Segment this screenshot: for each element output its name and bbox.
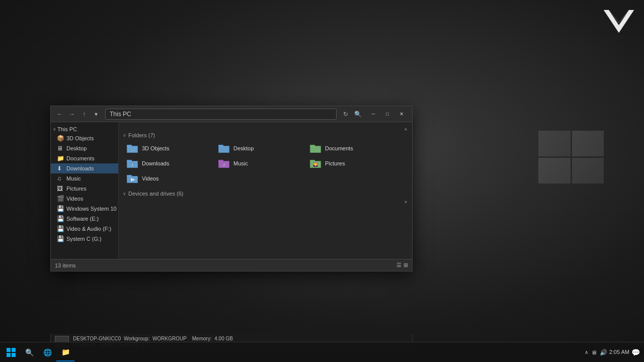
folder-desktop-icon: 🖥 (57, 145, 64, 152)
status-bar-right: ☰ ⊞ (396, 262, 408, 268)
title-bar: ← → ↑ ▾ This PC ↻ 🔍 ─ □ ✕ (51, 106, 412, 122)
win-panel-br (572, 158, 604, 184)
recent-locations-button[interactable]: ▾ (91, 109, 101, 119)
maximize-button[interactable]: □ (381, 109, 394, 120)
folder-desktop[interactable]: Desktop (214, 141, 305, 155)
folder-music[interactable]: ♪ Music (214, 156, 305, 170)
svg-text:🌄: 🌄 (313, 162, 318, 167)
svg-rect-28 (7, 348, 11, 352)
sidebar-item-music[interactable]: ♫ Music (51, 173, 118, 184)
browser-taskbar-button[interactable]: 🌐 (38, 343, 56, 361)
sidebar-item-videos[interactable]: 🎬 Videos (51, 194, 118, 204)
sidebar-item-downloads[interactable]: ⬇ Downloads (51, 163, 118, 173)
svg-rect-8 (219, 146, 229, 152)
files-taskbar-icon: 📁 (61, 348, 70, 356)
folder-downloads-icon: ↓ (127, 158, 139, 168)
taskbar: 🔍 🌐 📁 ∧ 🖥 🔊 2:05 AM 💬 (0, 342, 644, 362)
svg-rect-30 (7, 353, 11, 357)
sidebar-video-audio-label: Video & Audio (F:) (66, 226, 111, 232)
folder-downloads-icon: ⬇ (57, 165, 64, 172)
sidebar-item-video-audio[interactable]: 💾 Video & Audio (F:) (51, 224, 118, 234)
svg-marker-0 (604, 10, 634, 33)
folder-documents[interactable]: Documents (306, 141, 396, 155)
tray-chevron-icon[interactable]: ∧ (585, 349, 588, 355)
folder-3d-objects[interactable]: … 3D Objects (123, 141, 213, 155)
view-grid-icon[interactable]: ⊞ (404, 262, 408, 268)
sidebar-item-software[interactable]: 💾 Software (E:) (51, 214, 118, 224)
svg-rect-31 (12, 353, 16, 357)
search-taskbar-icon: 🔍 (25, 348, 34, 356)
search-taskbar-button[interactable]: 🔍 (20, 343, 38, 361)
scroll-up-indicator: ▲ (404, 126, 408, 131)
drive-video-audio-icon: 💾 (57, 225, 64, 232)
refresh-button[interactable]: ↻ (341, 109, 351, 119)
folder-3d-icon: … (127, 143, 139, 153)
taskbar-clock[interactable]: 2:05 AM (609, 348, 629, 355)
taskbar-right: ∧ 🖥 🔊 2:05 AM 💬 (585, 348, 642, 356)
breadcrumb[interactable]: This PC (105, 109, 337, 120)
svg-rect-11 (310, 146, 320, 152)
files-taskbar-button[interactable]: 📁 (56, 343, 74, 361)
minimize-button[interactable]: ─ (367, 109, 380, 120)
sidebar-system-c-label: System C (G:) (66, 236, 102, 242)
status-bar: 13 items ☰ ⊞ (51, 259, 412, 271)
workgroup-value: WORKGROUP (152, 336, 187, 341)
sidebar-pictures-label: Pictures (66, 186, 87, 192)
folder-videos[interactable]: Videos (123, 171, 213, 186)
tray-network-icon[interactable]: 🖥 (591, 349, 597, 355)
sidebar-music-label: Music (66, 175, 81, 182)
search-button[interactable]: 🔍 (353, 109, 363, 119)
win-panel-tl (538, 131, 571, 156)
back-button[interactable]: ← (55, 109, 65, 119)
windows-logo-decoration (538, 131, 604, 184)
start-icon (7, 348, 16, 357)
svg-rect-29 (12, 348, 16, 352)
folder-documents-icon: 📁 (57, 155, 64, 162)
sidebar-item-system-c[interactable]: 💾 System C (G:) (51, 234, 118, 244)
clock-time: 2:05 AM (609, 348, 629, 355)
sidebar-item-documents[interactable]: 📁 Documents (51, 153, 118, 163)
start-button[interactable] (2, 343, 20, 361)
folder-3d-name: 3D Objects (142, 145, 169, 151)
folder-music-icon: ♫ (57, 175, 64, 182)
sidebar-documents-label: Documents (66, 155, 95, 161)
sidebar-this-pc-header[interactable]: ∨ This PC (51, 124, 118, 133)
valorant-logo (601, 8, 636, 35)
sidebar-item-3d-objects[interactable]: 📦 3D Objects (51, 133, 118, 143)
tray-volume-icon[interactable]: 🔊 (600, 349, 607, 356)
close-button[interactable]: ✕ (395, 109, 408, 120)
sidebar-item-desktop[interactable]: 🖥 Desktop (51, 143, 118, 153)
sidebar-downloads-label: Downloads (66, 165, 94, 171)
drive-system-c-icon: 💾 (57, 235, 64, 242)
sidebar-software-label: Software (E:) (66, 216, 99, 222)
title-bar-nav: ← → ↑ ▾ This PC ↻ 🔍 (55, 109, 363, 120)
memory-value: 4.00 GB (214, 336, 233, 341)
folder-videos-icon (127, 173, 139, 184)
svg-text:…: … (131, 147, 135, 152)
folder-videos-icon: 🎬 (57, 195, 64, 202)
svg-text:♪: ♪ (223, 162, 225, 167)
folder-videos-name: Videos (142, 175, 158, 182)
folder-pictures-icon: 🖼 (57, 185, 64, 192)
workgroup-label: Workgroup: (124, 336, 150, 341)
notification-icon[interactable]: 💬 (631, 348, 640, 356)
view-list-icon[interactable]: ☰ (396, 262, 401, 268)
folder-music-name: Music (233, 160, 248, 166)
drive-windows-icon: 💾 (57, 205, 64, 212)
up-button[interactable]: ↑ (79, 109, 89, 119)
breadcrumb-text: This PC (110, 111, 131, 118)
folder-music-icon: ♪ (218, 158, 230, 168)
folder-pictures[interactable]: 🌄 Pictures (306, 156, 396, 170)
folder-downloads[interactable]: ↓ Downloads (123, 156, 213, 170)
folders-section-header[interactable]: ∨ Folders (7) (123, 132, 408, 138)
sidebar-item-windows-system[interactable]: 💾 Windows System 10 ( (51, 204, 118, 214)
sidebar-item-pictures[interactable]: 🖼 Pictures (51, 184, 118, 194)
desktop: ← → ↑ ▾ This PC ↻ 🔍 ─ □ ✕ ∨ (0, 0, 644, 362)
folders-chevron-icon: ∨ (123, 133, 126, 138)
sidebar-videos-label: Videos (66, 196, 83, 202)
folders-grid: … 3D Objects Desktop (123, 141, 408, 186)
forward-button[interactable]: → (67, 109, 77, 119)
devices-section-header[interactable]: ∨ Devices and drives (6) (123, 191, 408, 197)
system-tray: ∧ 🖥 🔊 (585, 349, 607, 356)
win-panel-tr (572, 131, 604, 156)
